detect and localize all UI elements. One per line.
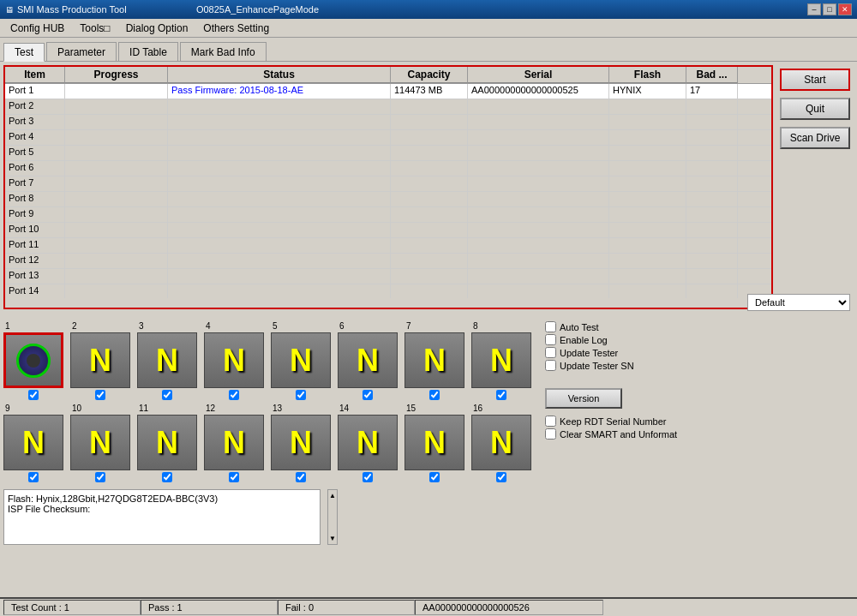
drive-icon-box[interactable]: N: [137, 332, 197, 388]
drive-n-icon: N: [423, 425, 446, 461]
drive-n-icon: N: [357, 343, 379, 379]
drive-checkbox[interactable]: [162, 390, 172, 400]
table-row[interactable]: Port 10: [5, 223, 771, 238]
tab-mark-bad-info[interactable]: Mark Bad Info: [180, 42, 267, 61]
drive-checkbox[interactable]: [496, 472, 506, 482]
table-row[interactable]: Port 9: [5, 207, 771, 223]
menu-others-setting[interactable]: Others Setting: [196, 21, 276, 36]
update-tester-checkbox[interactable]: [545, 347, 556, 358]
drive-icon-box[interactable]: N: [204, 332, 264, 388]
drive-checkbox[interactable]: [229, 472, 239, 482]
cell-flash: [609, 269, 686, 284]
quit-button[interactable]: Quit: [780, 98, 850, 120]
drive-icon-box[interactable]: N: [405, 332, 464, 388]
table-row[interactable]: Port 8: [5, 192, 771, 207]
drive-checkbox[interactable]: [28, 472, 39, 482]
update-tester-sn-checkbox[interactable]: [545, 360, 556, 371]
tab-id-table[interactable]: ID Table: [118, 42, 178, 61]
drive-checkbox[interactable]: [363, 390, 373, 400]
cell-status: [168, 238, 391, 253]
cell-capacity: [391, 146, 468, 160]
cell-progress: [65, 223, 168, 237]
scrollbar[interactable]: ▲ ▼: [327, 489, 338, 545]
drive-n-icon: N: [223, 425, 245, 461]
quick-list-dropdown[interactable]: Default: [747, 294, 850, 311]
cell-flash: [609, 254, 686, 268]
drive-icon-box[interactable]: N: [338, 332, 398, 388]
cell-capacity: [391, 254, 468, 268]
close-button[interactable]: ✕: [838, 3, 852, 15]
menu-config-hub[interactable]: Config HUB: [3, 21, 71, 36]
table-row[interactable]: Port 1 Pass Firmware: 2015-08-18-AE 1144…: [5, 84, 771, 99]
version-button[interactable]: Version: [545, 388, 622, 409]
drive-checkbox[interactable]: [363, 472, 373, 482]
start-button[interactable]: Start: [780, 69, 850, 91]
table-row[interactable]: Port 11: [5, 238, 771, 254]
drive-number-label: 10: [72, 404, 81, 413]
cell-capacity: [391, 161, 468, 176]
col-status: Status: [168, 67, 391, 83]
cell-progress: [65, 115, 168, 129]
minimize-button[interactable]: –: [807, 3, 821, 15]
table-row[interactable]: Port 4: [5, 130, 771, 146]
drive-icon-box[interactable]: N: [471, 415, 531, 470]
enable-log-checkbox[interactable]: [545, 334, 556, 345]
drive-item: 15 N: [405, 404, 464, 482]
cell-progress: [65, 269, 168, 284]
cell-flash: [609, 238, 686, 253]
menu-dialog-option[interactable]: Dialog Option: [119, 21, 195, 36]
scan-drive-button[interactable]: Scan Drive: [780, 127, 850, 149]
enable-log-option: Enable Log: [545, 334, 677, 345]
drive-icon-box[interactable]: [3, 332, 63, 388]
cell-status: [168, 130, 391, 145]
cell-bad: [686, 115, 738, 129]
drive-checkbox[interactable]: [28, 390, 39, 400]
table-row[interactable]: Port 5: [5, 146, 771, 161]
tab-test[interactable]: Test: [3, 43, 45, 62]
table-row[interactable]: Port 6: [5, 161, 771, 176]
drive-icon-box[interactable]: N: [70, 332, 130, 388]
drive-checkbox[interactable]: [95, 390, 105, 400]
auto-test-checkbox[interactable]: [545, 321, 556, 332]
col-item: Item: [5, 67, 65, 83]
cell-item: Port 1: [5, 84, 65, 99]
drive-checkbox[interactable]: [95, 472, 105, 482]
drive-icon-box[interactable]: N: [405, 415, 464, 470]
drive-checkbox[interactable]: [429, 472, 440, 482]
cell-status: Pass Firmware: 2015-08-18-AE: [168, 84, 391, 99]
drive-icon-box[interactable]: N: [70, 415, 130, 470]
table-row[interactable]: Port 7: [5, 176, 771, 192]
cell-flash: [609, 115, 686, 129]
drive-checkbox[interactable]: [162, 472, 172, 482]
drive-icon-box[interactable]: N: [471, 332, 531, 388]
drive-checkbox[interactable]: [429, 390, 440, 400]
drive-icon-box[interactable]: N: [204, 415, 264, 470]
drive-checkbox[interactable]: [296, 472, 306, 482]
drive-checkbox[interactable]: [496, 390, 506, 400]
drive-icon-box[interactable]: N: [137, 415, 197, 470]
maximize-button[interactable]: □: [823, 3, 836, 15]
cell-serial: [468, 238, 609, 253]
tab-parameter[interactable]: Parameter: [46, 42, 117, 61]
drive-checkbox[interactable]: [296, 390, 306, 400]
table-body: Port 1 Pass Firmware: 2015-08-18-AE 1144…: [5, 84, 771, 298]
table-row[interactable]: Port 13: [5, 269, 771, 284]
cell-progress: [65, 238, 168, 253]
col-progress: Progress: [65, 67, 168, 83]
table-row[interactable]: Port 3: [5, 115, 771, 130]
menu-tools[interactable]: Tools□: [73, 21, 117, 36]
title-bar-controls: – □ ✕: [807, 3, 852, 15]
drive-number-label: 8: [473, 321, 478, 331]
table-row[interactable]: Port 12: [5, 254, 771, 269]
col-bad: Bad ...: [686, 67, 738, 83]
drive-icon-box[interactable]: N: [271, 415, 331, 470]
clear-smart-checkbox[interactable]: [545, 428, 556, 440]
drive-checkbox[interactable]: [229, 390, 239, 400]
drive-icon-box[interactable]: N: [338, 415, 398, 470]
drive-icon-box[interactable]: N: [3, 415, 63, 470]
table-row[interactable]: Port 2: [5, 99, 771, 115]
keep-rdt-checkbox[interactable]: [545, 416, 556, 427]
cell-serial: [468, 269, 609, 284]
drive-icon-box[interactable]: N: [271, 332, 331, 388]
cell-status: [168, 223, 391, 237]
